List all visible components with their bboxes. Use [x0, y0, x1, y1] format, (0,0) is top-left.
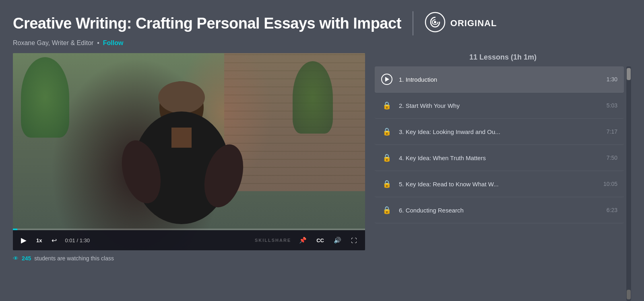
- watchers-count: 245: [22, 255, 31, 262]
- lesson-title: 3. Key Idea: Looking Inward and Ou...: [399, 128, 600, 135]
- cc-button[interactable]: CC: [315, 237, 326, 243]
- controls-bar: ▶ 1x ↩ 0:01 / 1:30 SKILLSHARE 📌 CC 🔊 ⛶: [13, 230, 365, 250]
- scrollbar-thumb-top[interactable]: [627, 68, 631, 80]
- lesson-duration: 10:05: [603, 181, 617, 187]
- lesson-title: 2. Start With Your Why: [399, 102, 600, 109]
- lesson-item-1[interactable]: 1. Introduction 1:30: [375, 66, 624, 93]
- scrollbar-thumb-bottom[interactable]: [627, 290, 631, 299]
- lock-icon: 🔒: [381, 152, 392, 163]
- lesson-duration: 7:50: [607, 155, 617, 161]
- lock-icon: 🔒: [381, 204, 392, 216]
- lock-icon: 🔒: [381, 178, 392, 190]
- main-content: ▶ 1x ↩ 0:01 / 1:30 SKILLSHARE 📌 CC 🔊 ⛶ 👁: [13, 53, 631, 301]
- plant-right: [293, 61, 333, 134]
- lessons-panel: 11 Lessons (1h 1m) 1. Introduction 1:30 …: [375, 53, 631, 301]
- rewind-button[interactable]: ↩: [50, 237, 58, 244]
- lesson-item-4[interactable]: 🔒 4. Key Idea: When Truth Matters 7:50: [375, 145, 624, 171]
- author-name: Roxane Gay, Writer & Editor: [13, 39, 93, 46]
- lesson-duration: 5:03: [607, 102, 617, 109]
- play-button[interactable]: ▶: [19, 236, 28, 245]
- follow-button[interactable]: Follow: [103, 39, 124, 46]
- lock-icon: 🔒: [381, 126, 392, 137]
- lesson-item-6[interactable]: 🔒 6. Conducting Research 6:23: [375, 197, 624, 223]
- lesson-item-3[interactable]: 🔒 3. Key Idea: Looking Inward and Ou... …: [375, 119, 624, 145]
- plant-left: [21, 57, 69, 138]
- lessons-list-wrapper: 1. Introduction 1:30 🔒 2. Start With You…: [375, 66, 631, 301]
- author-line: Roxane Gay, Writer & Editor • Follow: [13, 39, 631, 47]
- lock-icon: 🔒: [381, 100, 392, 111]
- play-icon: [381, 74, 392, 85]
- watchers-text: students are watching this class: [34, 255, 114, 262]
- original-label: ORIGINAL: [450, 18, 497, 29]
- lesson-duration: 7:17: [607, 128, 617, 135]
- svg-point-1: [434, 21, 436, 23]
- speed-button[interactable]: 1x: [35, 237, 43, 243]
- watermark: SKILLSHARE: [255, 238, 291, 243]
- original-badge: ORIGINAL: [425, 12, 497, 35]
- page-header: Creative Writing: Crafting Personal Essa…: [13, 11, 631, 35]
- page-wrapper: Creative Writing: Crafting Personal Essa…: [0, 0, 644, 301]
- fullscreen-button[interactable]: ⛶: [349, 237, 359, 244]
- eye-icon: 👁: [13, 255, 19, 262]
- lesson-title: 6. Conducting Research: [399, 207, 600, 214]
- svg-point-3: [158, 81, 205, 113]
- lesson-item-2[interactable]: 🔒 2. Start With Your Why 5:03: [375, 93, 624, 119]
- lesson-duration: 6:23: [607, 207, 617, 213]
- svg-rect-7: [171, 128, 192, 148]
- play-circle: [381, 74, 392, 85]
- play-triangle: [385, 77, 389, 82]
- watchers-bar: 👁 245 students are watching this class: [13, 255, 365, 262]
- lesson-title: 4. Key Idea: When Truth Matters: [399, 155, 600, 161]
- lesson-item-5[interactable]: 🔒 5. Key Idea: Read to Know What W... 10…: [375, 171, 624, 197]
- skillshare-logo-icon: [425, 12, 446, 35]
- video-section: ▶ 1x ↩ 0:01 / 1:30 SKILLSHARE 📌 CC 🔊 ⛶ 👁: [13, 53, 365, 301]
- video-player[interactable]: ▶ 1x ↩ 0:01 / 1:30 SKILLSHARE 📌 CC 🔊 ⛶: [13, 53, 365, 250]
- lessons-summary: 11 Lessons (1h 1m): [375, 53, 631, 62]
- lessons-list: 1. Introduction 1:30 🔒 2. Start With You…: [375, 66, 624, 301]
- lesson-title: 1. Introduction: [399, 76, 600, 83]
- lesson-title: 5. Key Idea: Read to Know What W...: [399, 181, 597, 188]
- page-title: Creative Writing: Crafting Personal Essa…: [13, 15, 401, 32]
- video-thumbnail: [13, 53, 365, 250]
- current-time: 0:01 / 1:30: [65, 237, 89, 243]
- volume-button[interactable]: 🔊: [332, 237, 343, 244]
- lesson-duration: 1:30: [607, 76, 617, 82]
- header-divider: [413, 11, 413, 35]
- scrollbar-track[interactable]: [626, 66, 631, 301]
- pin-button[interactable]: 📌: [297, 237, 308, 244]
- person-silhouette: [105, 75, 258, 228]
